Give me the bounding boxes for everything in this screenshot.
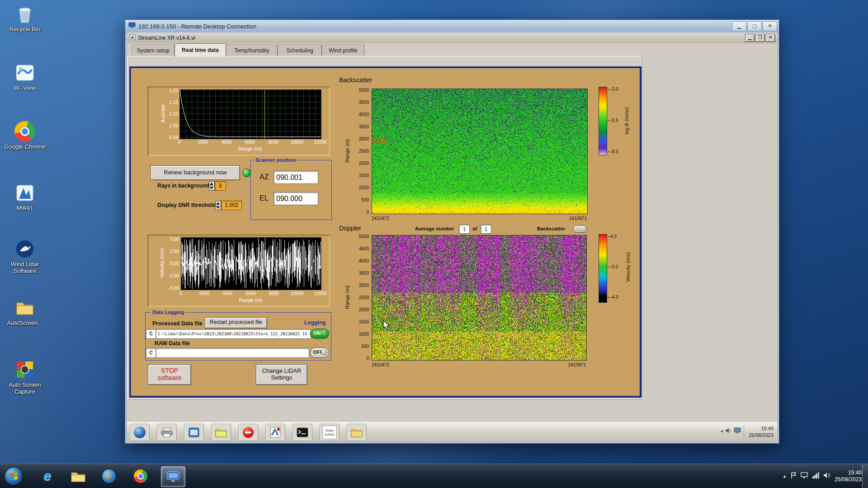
tray-clock[interactable]: 15:40 25/08/2023 (835, 469, 862, 483)
app-window-icon (189, 427, 199, 438)
desktop-icon-wind-lidar[interactable]: Wind Lidar Software (0, 239, 50, 274)
raw-drive-button[interactable]: C (146, 348, 156, 358)
desktop-icon-chrome[interactable]: Google Chrome (0, 121, 50, 150)
ascope-x-label: Range (m) (179, 146, 321, 151)
tray-expand-icon[interactable]: ▲ (783, 474, 787, 479)
desktop-icon-label: BL-View (0, 84, 50, 91)
desktop-icon-label: Wind Lidar Software (0, 261, 50, 274)
desktop: { "desktop": { "icons": [ {"label": "Rec… (0, 0, 868, 488)
start-button[interactable] (4, 466, 24, 486)
remote-tray-expand-icon[interactable]: ◂ (721, 428, 723, 433)
axis-tick-label: 4500 (359, 100, 369, 105)
axis-tick-label: 6000 (245, 140, 255, 145)
el-value-field[interactable]: 090.000 (274, 192, 318, 205)
axis-tick-label: -5.00 (169, 286, 179, 291)
axis-tick-label: 2000 (359, 161, 369, 166)
tab-scheduling[interactable]: Scheduling (278, 45, 322, 56)
axis-tick-label: 0.99 (170, 135, 178, 140)
axis-tick-label: 500 (361, 344, 369, 349)
rdp-titlebar[interactable]: 192.168.0.150 - Remote Desktop Connectio… (125, 20, 779, 33)
renew-background-button[interactable]: Renew background now (151, 165, 240, 180)
average-number-field[interactable]: 1 (459, 225, 470, 234)
doppler-y-axis: 5000450040003500300025002000150010005000 (352, 236, 369, 358)
remote-volume-icon[interactable] (725, 427, 732, 436)
terminal-icon (297, 427, 308, 437)
snr-value[interactable]: 1.002 (221, 201, 242, 210)
remote-display-icon[interactable] (734, 427, 741, 436)
tab-system-setup[interactable]: System setup (132, 45, 175, 56)
stop-software-button[interactable]: STOP software (148, 364, 191, 385)
az-value-field[interactable]: 090.001 (274, 171, 318, 184)
doppler-x-end: 2410971 (541, 362, 586, 367)
axis-tick-label: 500 (361, 197, 369, 202)
media-player-taskbar-icon[interactable] (99, 466, 119, 486)
restart-processed-file-button[interactable]: Restart processed file (205, 317, 267, 328)
average-total-field[interactable]: 1 (481, 225, 491, 234)
rdp-taskbar-icon[interactable] (161, 466, 185, 487)
remote-printer-icon[interactable] (157, 424, 177, 441)
remote-scan-sched-icon[interactable]: Scan sched (320, 424, 340, 441)
desktop-icon-autoscreen-folder[interactable]: AutoScreen... (0, 297, 50, 326)
app-restore-button[interactable]: ❐ (755, 34, 765, 42)
app-titlebar[interactable]: StreamLine XR v14-6.vi ▁ ❐ ✕ (127, 33, 777, 44)
axis-tick-label: 1.20 (170, 88, 178, 93)
remote-start-icon[interactable] (130, 424, 150, 441)
axis-tick-label: 2500 (359, 149, 369, 154)
desktop-icon-label: AutoScreen... (0, 319, 50, 326)
processed-path-field[interactable]: C:\Lidar\Data\Proc\2023\202308\20230825\… (156, 329, 311, 339)
remote-stop-icon[interactable] (238, 424, 258, 441)
tab-wind-profile[interactable]: Wind profile (322, 45, 364, 56)
axis-tick-label: -2.50 (169, 273, 179, 278)
toggle-knob (321, 349, 328, 356)
tray-rdp-indicator-icon[interactable] (801, 472, 808, 480)
remote-clock-date: 25/08/2023 (749, 432, 774, 439)
axis-tick-label: 12000 (314, 291, 327, 296)
ie-icon: e (44, 469, 52, 484)
chrome-taskbar-icon[interactable] (130, 466, 151, 486)
backscatter-display-toggle[interactable] (573, 225, 587, 233)
change-lidar-settings-button[interactable]: Change LiDAR Settings (256, 364, 307, 385)
rdp-close-button[interactable]: ✕ (763, 21, 777, 31)
doppler-colorbar-label: Velocity (m/s) (625, 252, 631, 282)
remote-xr-icon[interactable] (265, 424, 285, 441)
rays-value[interactable]: 8 (215, 181, 226, 191)
backscatter-y-label: Range (m) (344, 139, 350, 163)
app-close-button[interactable]: ✕ (766, 34, 775, 42)
axis-tick-label: 6000 (245, 291, 255, 296)
rays-spinner[interactable] (209, 181, 215, 191)
tab-bar: System setup Real time data Temp/humidit… (127, 43, 777, 56)
snr-spinner[interactable] (215, 201, 221, 210)
tab-temp-humidity[interactable]: Temp/humidity (226, 45, 278, 56)
rdp-minimize-button[interactable]: ▁ (732, 21, 746, 31)
show-desktop-button[interactable] (862, 464, 868, 488)
doppler-colorbar (599, 234, 607, 303)
processed-logging-toggle-on[interactable]: ON (310, 328, 329, 339)
desktop-icon-auto-screen-capture[interactable]: Auto Screen Capture (0, 359, 50, 395)
app-minimize-button[interactable]: ▁ (745, 34, 755, 42)
remote-taskbar: Scan sched ◂ 15:40 25/08/2023 (127, 422, 777, 441)
tray-action-center-icon[interactable] (791, 472, 797, 481)
tray-volume-icon[interactable] (823, 472, 830, 480)
explorer-taskbar-icon[interactable] (68, 466, 89, 486)
axis-tick-label: -8.0 (610, 149, 618, 154)
tab-real-time-data[interactable]: Real time data (175, 43, 226, 57)
desktop-icon-mw41[interactable]: MW41 (0, 183, 50, 211)
remote-terminal-icon[interactable] (292, 424, 312, 441)
desktop-icon-bl-view[interactable]: BL-View (0, 62, 50, 91)
doppler-heatmap (372, 235, 587, 361)
raw-path-field[interactable] (156, 348, 309, 358)
rdp-maximize-button[interactable]: ▢ (747, 21, 762, 31)
bl-view-icon (14, 62, 35, 83)
axis-tick-label: 4000 (222, 140, 231, 145)
remote-folder-icon[interactable] (347, 424, 367, 441)
tray-network-icon[interactable] (812, 472, 819, 480)
backscatter-colorbar-ticks: -3.0-5.5-8.0 (608, 89, 624, 151)
processed-drive-button[interactable]: C (146, 329, 156, 339)
ie-taskbar-icon[interactable]: e (37, 466, 58, 486)
remote-folder-app-icon[interactable] (211, 424, 231, 441)
raw-logging-toggle-off[interactable]: OFF (310, 347, 329, 358)
remote-app-icon[interactable] (184, 424, 204, 441)
backscatter-colorbar (599, 87, 607, 155)
axis-tick-label: 4000 (359, 112, 369, 117)
desktop-icon-recycle-bin[interactable]: Recycle Bin (0, 4, 50, 33)
